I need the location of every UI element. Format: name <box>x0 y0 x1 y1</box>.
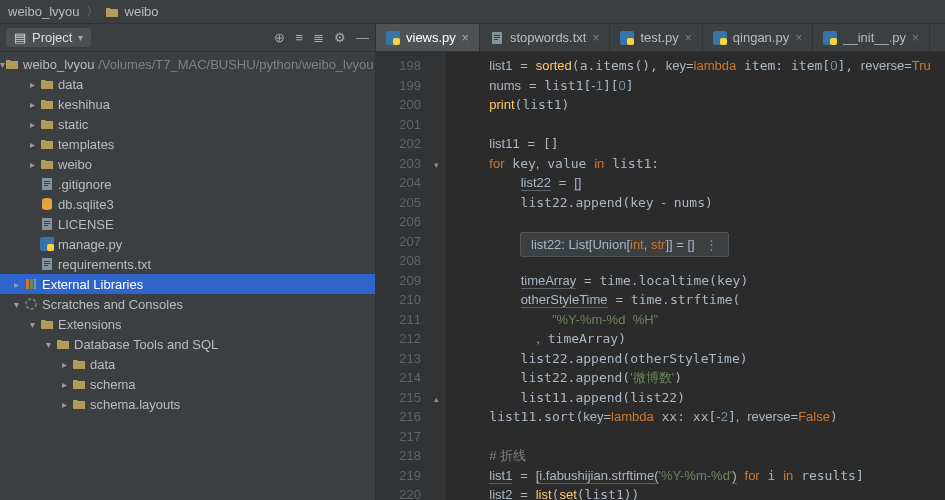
locate-icon[interactable]: ⊕ <box>274 30 285 45</box>
tab-qingan[interactable]: qingan.py× <box>703 24 813 51</box>
fold-column[interactable]: ▾ ▴ <box>432 52 446 500</box>
tree-folder-static[interactable]: ▸static <box>0 114 375 134</box>
svg-rect-6 <box>44 221 50 222</box>
svg-rect-24 <box>494 39 498 40</box>
chevron-right-icon: 〉 <box>86 3 99 21</box>
tab-label: test.py <box>640 30 678 45</box>
line-number[interactable]: 211 <box>380 310 421 330</box>
sidebar-header: ▤ Project ▾ ⊕ ≡ ≣ ⚙ — <box>0 24 375 52</box>
line-number[interactable]: 201 <box>380 115 421 135</box>
close-icon[interactable]: × <box>462 31 469 45</box>
tree-external-libraries[interactable]: ▸External Libraries <box>0 274 375 294</box>
close-icon[interactable]: × <box>592 31 599 45</box>
line-number[interactable]: 216 <box>380 407 421 427</box>
line-number[interactable]: 202 <box>380 134 421 154</box>
editor: views.py×stopwords.txt×test.py×qingan.py… <box>376 24 945 500</box>
line-number[interactable]: 199 <box>380 76 421 96</box>
expand-arrow-icon[interactable]: ▸ <box>24 99 40 110</box>
code-editor[interactable]: list1 = sorted(a.items(), key=lambda ite… <box>446 52 945 500</box>
folder-icon <box>72 397 86 411</box>
line-number[interactable]: 198 <box>380 56 421 76</box>
line-number[interactable]: 210 <box>380 290 421 310</box>
svg-rect-23 <box>494 37 500 38</box>
line-number[interactable]: 220 <box>380 485 421 500</box>
expand-arrow-icon[interactable]: ▸ <box>24 79 40 90</box>
expand-arrow-icon[interactable]: ▸ <box>56 379 72 390</box>
tree-item-label: data <box>90 357 115 372</box>
line-number[interactable]: 207 <box>380 232 421 252</box>
breadcrumb-item[interactable]: weibo <box>125 4 159 19</box>
tab-test[interactable]: test.py× <box>610 24 702 51</box>
line-gutter[interactable]: 1981992002012022032042052062072082092102… <box>376 52 432 500</box>
line-number[interactable]: 214 <box>380 368 421 388</box>
txt-icon <box>490 31 504 45</box>
collapse-icon[interactable]: ≣ <box>313 30 324 45</box>
tree-folder-weibo[interactable]: ▸weibo <box>0 154 375 174</box>
tree-file-manage[interactable]: ▸manage.py <box>0 234 375 254</box>
hint-text: list22: List[Union[int, str]] = [] <box>531 237 695 252</box>
tree-file-license[interactable]: ▸LICENSE <box>0 214 375 234</box>
line-number[interactable]: 203 <box>380 154 421 174</box>
breadcrumb-root[interactable]: weibo_lvyou <box>8 4 80 19</box>
svg-point-18 <box>26 299 36 309</box>
svg-rect-13 <box>44 263 50 264</box>
tree-extensions[interactable]: ▾Extensions <box>0 314 375 334</box>
tree-db-tools[interactable]: ▾Database Tools and SQL <box>0 334 375 354</box>
tree-folder-templates[interactable]: ▸templates <box>0 134 375 154</box>
tree-ext-layouts[interactable]: ▸schema.layouts <box>0 394 375 414</box>
tree-folder-keshihua[interactable]: ▸keshihua <box>0 94 375 114</box>
expand-arrow-icon[interactable]: ▾ <box>40 339 56 350</box>
minimize-icon[interactable]: — <box>356 30 369 45</box>
tree-scratches[interactable]: ▾Scratches and Consoles <box>0 294 375 314</box>
tree-folder-data[interactable]: ▸data <box>0 74 375 94</box>
fold-mark-icon[interactable]: ▾ <box>434 160 439 170</box>
expand-arrow-icon[interactable]: ▸ <box>24 119 40 130</box>
fold-mark-icon[interactable]: ▴ <box>434 394 439 404</box>
db-icon <box>40 197 54 211</box>
line-number[interactable]: 212 <box>380 329 421 349</box>
expand-arrow-icon[interactable]: ▸ <box>8 279 24 290</box>
tree-item-label: schema <box>90 377 136 392</box>
tab-init[interactable]: __init__.py× <box>813 24 930 51</box>
folder-icon <box>40 77 54 91</box>
py-icon <box>386 31 400 45</box>
expand-arrow-icon[interactable]: ▸ <box>56 359 72 370</box>
line-number[interactable]: 217 <box>380 427 421 447</box>
gear-icon[interactable]: ⚙ <box>334 30 346 45</box>
svg-rect-1 <box>44 181 50 182</box>
line-number[interactable]: 205 <box>380 193 421 213</box>
expand-arrow-icon[interactable]: ▾ <box>24 319 40 330</box>
txt-icon <box>40 177 54 191</box>
expand-icon[interactable]: ≡ <box>295 30 303 45</box>
close-icon[interactable]: × <box>912 31 919 45</box>
line-number[interactable]: 215 <box>380 388 421 408</box>
line-number[interactable]: 204 <box>380 173 421 193</box>
line-number[interactable]: 208 <box>380 251 421 271</box>
expand-arrow-icon[interactable]: ▸ <box>24 139 40 150</box>
line-number[interactable]: 200 <box>380 95 421 115</box>
line-number[interactable]: 213 <box>380 349 421 369</box>
expand-arrow-icon[interactable]: ▸ <box>24 159 40 170</box>
svg-rect-10 <box>47 244 54 251</box>
close-icon[interactable]: × <box>685 31 692 45</box>
tab-stopwords[interactable]: stopwords.txt× <box>480 24 611 51</box>
line-number[interactable]: 219 <box>380 466 421 486</box>
tree-file-req[interactable]: ▸requirements.txt <box>0 254 375 274</box>
tree-item-label: Scratches and Consoles <box>42 297 183 312</box>
tree-file-db[interactable]: ▸db.sqlite3 <box>0 194 375 214</box>
svg-rect-7 <box>44 223 50 224</box>
tree-ext-data[interactable]: ▸data <box>0 354 375 374</box>
line-number[interactable]: 206 <box>380 212 421 232</box>
tree-root[interactable]: ▾weibo_lvyou /Volumes/T7_MAC/BUSHU/pytho… <box>0 54 375 74</box>
expand-arrow-icon[interactable]: ▾ <box>8 299 24 310</box>
close-icon[interactable]: × <box>795 31 802 45</box>
line-number[interactable]: 218 <box>380 446 421 466</box>
expand-arrow-icon[interactable]: ▸ <box>56 399 72 410</box>
tree-file-gitignore[interactable]: ▸.gitignore <box>0 174 375 194</box>
more-icon[interactable]: ⋮ <box>705 237 718 252</box>
line-number[interactable]: 209 <box>380 271 421 291</box>
tab-views[interactable]: views.py× <box>376 24 480 51</box>
project-selector[interactable]: ▤ Project ▾ <box>6 28 91 47</box>
tree-ext-schema[interactable]: ▸schema <box>0 374 375 394</box>
project-tree[interactable]: ▾weibo_lvyou /Volumes/T7_MAC/BUSHU/pytho… <box>0 52 375 500</box>
